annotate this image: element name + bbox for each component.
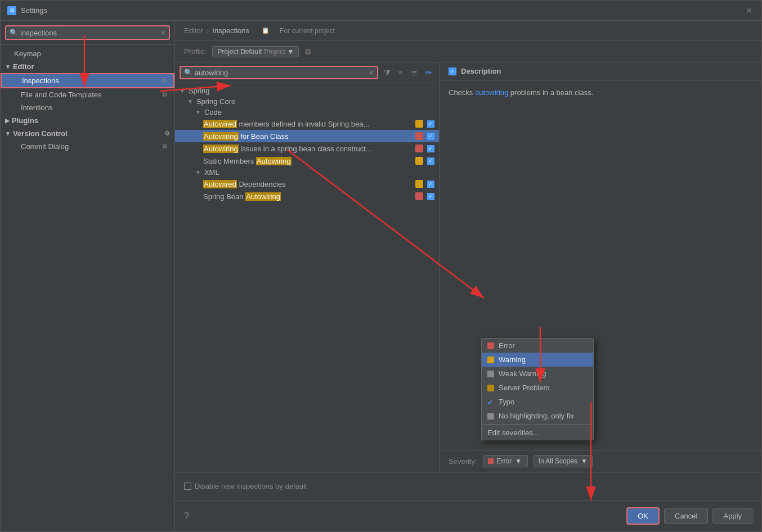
xml-label: XML [204, 168, 436, 177]
description-header: Description [440, 62, 761, 80]
edit-severities-label: Edit severities... [487, 429, 539, 437]
autowiring-issues-label: Autowiring issues in a spring bean class… [203, 145, 413, 153]
severity-menu-item-server-problem[interactable]: Server Problem [482, 381, 593, 395]
tree-node-autowired-members[interactable]: Autowired members defined in invalid Spr… [175, 118, 439, 130]
weak-warning-label: Weak Warning [499, 369, 546, 378]
server-problem-dot-icon [487, 385, 494, 391]
inspections-list: 🔍 × ⧩ ≡ ≣ ✏ ▼ [175, 62, 440, 472]
tree-node-autowiring-bean[interactable]: Autowiring for Bean Class [175, 130, 439, 142]
checkbox-autowired-members[interactable] [427, 120, 434, 128]
warning-dot-icon [487, 357, 494, 363]
severity-menu-item-no-highlight[interactable]: No highlighting, only fix [482, 409, 593, 423]
scope-arrow-icon: ▼ [581, 457, 588, 465]
error-label: Error [499, 341, 515, 350]
no-highlight-dot-icon [487, 413, 494, 420]
weak-warning-dot-icon [487, 371, 494, 377]
profile-label: Profile: [184, 47, 207, 56]
profile-arrow-icon: ▼ [288, 48, 294, 56]
inspections-search-clear-icon[interactable]: × [369, 68, 374, 77]
disable-inspections-checkbox[interactable] [184, 483, 191, 490]
inspections-search-input[interactable] [195, 69, 367, 77]
severity-value: Error [497, 457, 512, 465]
filter-button[interactable]: ⧩ [382, 67, 393, 79]
profile-dropdown[interactable]: Project Default Project ▼ [212, 46, 299, 57]
no-highlight-label: No highlighting, only fix [499, 412, 574, 420]
severity-menu-item-typo[interactable]: ✔ Typo [482, 395, 593, 409]
error-dot-icon [487, 342, 494, 349]
reset-button[interactable]: ✏ [423, 67, 434, 78]
typo-dot-icon: ✔ [487, 399, 494, 405]
settings-sidebar: 🔍 × Keymap ▼ Editor Inspections [1, 21, 175, 531]
sidebar-search-clear-icon[interactable]: × [161, 28, 165, 37]
edit-severities-item[interactable]: Edit severities... [482, 426, 593, 440]
severity-dot-orange [415, 120, 423, 128]
description-panel: Description Checks autowiring problems i… [440, 62, 761, 472]
checkbox-autowiring-issues[interactable] [427, 145, 434, 152]
sidebar-item-inspections[interactable]: Inspections ⚙ [1, 73, 174, 88]
sidebar-item-intentions[interactable]: Intentions [1, 101, 174, 114]
severity-dropdown[interactable]: Error ▼ [483, 455, 528, 467]
tree-node-spring[interactable]: ▼ Spring [175, 85, 439, 96]
breadcrumb-sep: › [207, 26, 209, 35]
sidebar-item-label: Intentions [21, 103, 52, 112]
autowired-members-label: Autowired members defined in invalid Spr… [203, 120, 413, 128]
apply-button[interactable]: Apply [712, 508, 752, 524]
help-button[interactable]: ? [184, 511, 189, 521]
tree-node-spring-bean-autowiring[interactable]: Spring Bean Autowiring [175, 190, 439, 202]
checkbox-static-autowiring[interactable] [427, 157, 434, 165]
severity-menu-item-error[interactable]: Error [482, 339, 593, 353]
tree-node-autowired-deps[interactable]: Autowired Dependencies [175, 178, 439, 190]
tree-node-spring-core[interactable]: ▼ Spring Core [175, 96, 439, 107]
close-button[interactable]: × [743, 5, 755, 16]
checkbox-autowiring-bean[interactable] [427, 133, 434, 140]
tree-node-code[interactable]: ▼ Code [175, 107, 439, 118]
autowired-deps-label: Autowired Dependencies [203, 180, 413, 188]
spring-label: Spring [189, 87, 436, 95]
severity-menu-item-warning[interactable]: Warning [482, 353, 593, 367]
checkbox-autowired-deps[interactable] [427, 181, 434, 188]
cancel-button[interactable]: Cancel [664, 508, 708, 524]
window-title: Settings [21, 6, 47, 15]
sidebar-item-label: File and Code Templates [21, 91, 102, 99]
tree-node-static-autowiring[interactable]: Static Members Autowiring [175, 155, 439, 167]
sidebar-item-keymap[interactable]: Keymap [1, 47, 174, 60]
sidebar-group-plugins[interactable]: ▶ Plugins [1, 114, 174, 127]
editor-arrow-icon: ▼ [5, 64, 11, 70]
sidebar-item-file-templates[interactable]: File and Code Templates ⚙ [1, 88, 174, 101]
inspections-tree: ▼ Spring ▼ Spring Core ▼ Code [175, 83, 439, 472]
breadcrumb-for-current-project: For current project [280, 27, 335, 35]
severity-dot-red1 [415, 132, 423, 140]
spring-bean-autowiring-label: Spring Bean Autowiring [203, 192, 413, 201]
disable-inspections-checkbox-wrap: Disable new inspections by default [184, 482, 307, 490]
tree-node-autowiring-issues[interactable]: Autowiring issues in a spring bean class… [175, 142, 439, 155]
breadcrumb-inspections: Inspections [212, 26, 249, 35]
inspections-toolbar: 🔍 × ⧩ ≡ ≣ ✏ [175, 62, 439, 83]
checkbox-spring-bean-autowiring[interactable] [427, 193, 434, 200]
commit-gear-icon: ⚙ [162, 143, 168, 150]
collapse-all-button[interactable]: ≣ [409, 67, 420, 78]
severity-menu-item-weak-warning[interactable]: Weak Warning [482, 367, 593, 381]
server-problem-label: Server Problem [499, 384, 549, 392]
title-bar: ⚙ Settings × [1, 1, 761, 21]
sidebar-search-input[interactable] [20, 29, 159, 37]
breadcrumb-project-icon: 📋 [262, 27, 270, 34]
scope-dropdown[interactable]: In All Scopes ▼ [534, 455, 593, 467]
sidebar-item-commit[interactable]: Commit Dialog ⚙ [1, 140, 174, 153]
vcs-arrow-icon: ▼ [5, 130, 11, 137]
typo-label: Typo [499, 398, 514, 406]
static-autowiring-label: Static Members Autowiring [203, 157, 413, 165]
ok-button[interactable]: OK [626, 507, 660, 525]
severity-label: Severity: [449, 457, 477, 466]
sidebar-group-editor[interactable]: ▼ Editor [1, 60, 174, 73]
scope-value: In All Scopes [539, 457, 577, 465]
templates-gear-icon: ⚙ [162, 91, 168, 98]
expand-all-button[interactable]: ≡ [396, 67, 405, 78]
profile-gear-icon[interactable]: ⚙ [304, 47, 312, 56]
inspections-gear-icon: ⚙ [161, 77, 167, 84]
sidebar-group-vcs[interactable]: ▼ Version Control ⚙ [1, 127, 174, 140]
severity-dot-red2 [415, 145, 423, 152]
tree-node-xml[interactable]: ▼ XML [175, 167, 439, 178]
description-checkbox[interactable] [449, 67, 456, 75]
sidebar-item-label: Keymap [14, 49, 41, 58]
sidebar-group-label: Plugins [12, 116, 38, 125]
